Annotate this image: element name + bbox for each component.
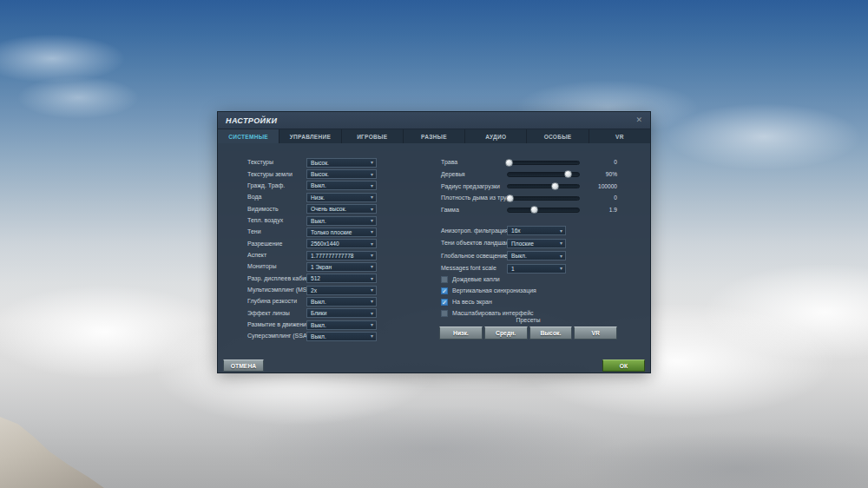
dropdown[interactable]: 1▾: [507, 264, 566, 274]
dropdown[interactable]: 2560x1440▾: [306, 239, 377, 248]
chevron-down-icon: ▾: [560, 241, 562, 246]
dropdown-value: Выкл.: [311, 322, 371, 328]
dropdown[interactable]: Выкл.▾: [507, 251, 566, 260]
dropdown[interactable]: Очень высок.▾: [306, 204, 377, 214]
slider-handle[interactable]: [551, 182, 559, 190]
checkbox[interactable]: ✓: [441, 287, 448, 294]
checkbox-label: Вертикальная синхронизация: [452, 287, 536, 293]
setting-row: ТекстурыВысок.▾: [247, 157, 430, 168]
slider-handle[interactable]: [564, 170, 572, 178]
tab-2[interactable]: ИГРОВЫЕ: [342, 129, 404, 143]
dropdown[interactable]: Выкл.▾: [306, 332, 377, 341]
tab-0[interactable]: СИСТЕМНЫЕ: [218, 129, 279, 143]
slider-row: Трава0: [439, 157, 617, 169]
dropdown[interactable]: 1.777777777778▾: [306, 251, 377, 260]
slider-track[interactable]: [507, 161, 580, 165]
checkboxes-column: ✓Дождевые капли✓Вертикальная синхронизац…: [439, 274, 617, 320]
dropdown-value: Плоские: [511, 241, 560, 247]
close-icon[interactable]: ✕: [635, 116, 642, 124]
ok-button[interactable]: ОК: [602, 359, 645, 372]
setting-row: Тени объектов ландшафтаПлоские▾: [439, 238, 617, 251]
slider-label: Деревья: [441, 171, 465, 177]
dropdown[interactable]: Только плоские▾: [306, 228, 377, 237]
slider-handle[interactable]: [506, 195, 514, 202]
setting-label: Суперсэмплинг (SSAA): [247, 333, 313, 339]
slider-value: 0: [614, 195, 617, 201]
setting-row: Размытие в движенииВыкл.▾: [247, 320, 430, 331]
setting-label: Гражд. Траф.: [247, 182, 285, 188]
slider-label: Гамма: [441, 207, 459, 213]
dropdown[interactable]: Высок.▾: [306, 169, 377, 179]
tab-3[interactable]: РАЗНЫЕ: [404, 129, 465, 143]
setting-row: Текстуры землиВысок.▾: [247, 168, 430, 180]
checkbox[interactable]: ✓: [441, 310, 448, 317]
setting-row: Эффект линзыБлики▾: [247, 307, 430, 319]
setting-label: Текстуры: [247, 159, 273, 165]
dropdown-value: Только плоские: [311, 229, 371, 235]
dropdown-value: 512: [311, 275, 371, 281]
dropdown-value: Высок.: [311, 171, 371, 177]
setting-label: Текстуры земли: [247, 171, 293, 177]
setting-row: Мониторы1 Экран▾: [247, 261, 430, 273]
setting-label: Аспект: [247, 252, 266, 258]
preset-button-1[interactable]: Средн.: [484, 326, 528, 340]
setting-label: Тени: [247, 228, 261, 234]
dropdown[interactable]: 2x▾: [306, 286, 377, 295]
sliders-column: Трава0Деревья90%Радиус предзагрузки10000…: [439, 157, 617, 216]
tab-5[interactable]: ОСОБЫЕ: [527, 129, 589, 143]
dropdown-value: 2560x1440: [311, 241, 371, 247]
checkbox-row: ✓Дождевые капли: [439, 274, 617, 286]
checkbox-label: На весь экран: [452, 299, 492, 305]
dropdown[interactable]: Выкл.▾: [306, 320, 377, 330]
slider-track[interactable]: [507, 196, 580, 201]
chevron-down-icon: ▾: [371, 287, 373, 293]
dropdown[interactable]: Выкл.▾: [306, 297, 377, 307]
checkbox-label: Дождевые капли: [452, 276, 500, 282]
slider-track[interactable]: [507, 208, 580, 212]
dropdown[interactable]: Высок.▾: [306, 158, 377, 168]
preset-button-0[interactable]: Низк.: [439, 326, 483, 340]
dropdown[interactable]: 1 Экран▾: [306, 262, 377, 272]
slider-handle[interactable]: [505, 159, 513, 167]
cancel-button[interactable]: ОТМЕНА: [223, 359, 264, 372]
chevron-down-icon: ▾: [371, 218, 373, 223]
checkbox[interactable]: ✓: [441, 299, 448, 306]
dropdown[interactable]: 16x▾: [507, 226, 566, 235]
preset-button-3[interactable]: VR: [574, 326, 617, 340]
slider-track[interactable]: [507, 184, 580, 188]
chevron-down-icon: ▾: [371, 183, 373, 188]
dropdown[interactable]: Блики▾: [306, 308, 377, 318]
preset-button-2[interactable]: Высок.: [529, 326, 573, 340]
tab-bar: СИСТЕМНЫЕУПРАВЛЕНИЕИГРОВЫЕРАЗНЫЕАУДИООСО…: [218, 129, 650, 143]
chevron-down-icon: ▾: [371, 195, 373, 200]
checkbox-row: ✓На весь экран: [439, 297, 617, 308]
tab-1[interactable]: УПРАВЛЕНИЕ: [279, 129, 341, 143]
setting-row: ВидимостьОчень высок.▾: [247, 203, 430, 214]
tab-6[interactable]: VR: [589, 129, 650, 143]
setting-label: Тени объектов ландшафта: [441, 240, 516, 246]
slider-handle[interactable]: [530, 206, 538, 214]
dropdown[interactable]: Низк.▾: [306, 193, 377, 202]
setting-row: Глубина резкостиВыкл.▾: [247, 296, 430, 307]
chevron-down-icon: ▾: [371, 322, 373, 327]
slider-track[interactable]: [507, 172, 580, 176]
chevron-down-icon: ▾: [560, 254, 562, 259]
dropdown-value: Выкл.: [311, 333, 371, 340]
slider-value: 90%: [606, 171, 617, 177]
chevron-down-icon: ▾: [371, 229, 373, 234]
slider-value: 0: [614, 159, 617, 165]
preset-buttons-row: Низк.Средн.Высок.VR: [439, 326, 617, 340]
setting-label: Мониторы: [247, 263, 277, 269]
presets-title: Пресеты: [439, 317, 617, 323]
checkbox-label: Масштабировать интерфейс: [452, 310, 534, 316]
dropdown[interactable]: Плоские▾: [507, 239, 566, 248]
dropdown[interactable]: Выкл.▾: [306, 216, 377, 226]
chevron-down-icon: ▾: [371, 311, 373, 316]
dropdown[interactable]: 512▾: [306, 274, 377, 283]
checkbox-row: ✓Вертикальная синхронизация: [439, 286, 617, 297]
dropdown[interactable]: Выкл.▾: [306, 181, 377, 190]
tab-4[interactable]: АУДИО: [465, 129, 527, 143]
chevron-down-icon: ▾: [371, 299, 373, 304]
checkbox[interactable]: ✓: [441, 276, 448, 283]
dialog-title: НАСТРОЙКИ: [226, 116, 277, 125]
